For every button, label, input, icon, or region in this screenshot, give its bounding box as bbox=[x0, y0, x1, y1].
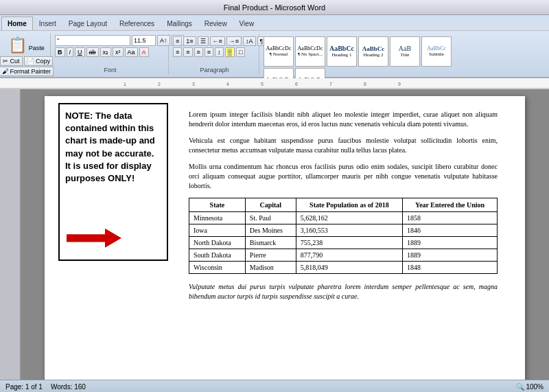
grow-font-button[interactable]: A↑ bbox=[157, 35, 170, 46]
font-group: A↑ A↓ B I U ab x₂ x² Aa A Font bbox=[52, 34, 169, 75]
font-name-input[interactable] bbox=[55, 35, 130, 46]
superscript-button[interactable]: x² bbox=[113, 47, 124, 57]
table-row: WisconsinMadison5,818,0491848 bbox=[189, 262, 498, 274]
svg-rect-1 bbox=[0, 88, 549, 89]
underline-button[interactable]: U bbox=[75, 47, 85, 57]
document: NOTE: The data contained within this cha… bbox=[45, 96, 525, 380]
style-no-spacing[interactable]: AaBbCcDc ¶ No Spaci... bbox=[295, 36, 325, 67]
col-header-capital: Capital bbox=[245, 198, 296, 212]
style-heading1[interactable]: AaBbCc Heading 1 bbox=[327, 36, 357, 67]
svg-text:3: 3 bbox=[192, 82, 195, 87]
ribbon-content: 📋 Paste ✂ Cut 📄 Copy 🖌 Format Painter Cl… bbox=[0, 30, 549, 77]
svg-text:6: 6 bbox=[295, 82, 298, 87]
table-cell-0-0: Minnesota bbox=[189, 212, 246, 224]
tab-mailings[interactable]: Mailings bbox=[161, 16, 198, 30]
svg-text:8: 8 bbox=[364, 82, 366, 87]
table-cell-1-0: Iowa bbox=[189, 224, 246, 237]
style-normal[interactable]: AaBbCcDc ¶ Normal bbox=[264, 36, 294, 67]
align-right-button[interactable]: ≡ bbox=[194, 47, 203, 57]
svg-text:1: 1 bbox=[124, 82, 126, 87]
table-cell-2-0: North Dakota bbox=[189, 237, 246, 249]
multilevel-list-button[interactable]: ☰ bbox=[198, 36, 209, 46]
tab-view[interactable]: View bbox=[233, 16, 261, 30]
table-cell-1-1: Des Moines bbox=[245, 224, 296, 237]
paragraph-2: Vehicula est congue habitant suspendisse… bbox=[189, 136, 498, 155]
ribbon-tabs: Home Insert Page Layout References Maili… bbox=[0, 15, 549, 30]
sort-button[interactable]: ↕A bbox=[243, 36, 256, 46]
svg-text:7: 7 bbox=[329, 82, 332, 87]
style-title[interactable]: AaB Title bbox=[390, 36, 420, 67]
decrease-indent-button[interactable]: ←≡ bbox=[210, 36, 225, 46]
justify-button[interactable]: ≡ bbox=[205, 47, 213, 57]
note-box: NOTE: The data contained within this cha… bbox=[58, 103, 168, 261]
subscript-button[interactable]: x₂ bbox=[100, 47, 112, 57]
doc-content: Lorem ipsum integer facilisis blandit ni… bbox=[189, 110, 498, 301]
numbered-list-button[interactable]: 1≡ bbox=[183, 36, 196, 46]
paragraph-1: Lorem ipsum integer facilisis blandit ni… bbox=[189, 110, 498, 129]
table-cell-3-3: 1889 bbox=[403, 249, 498, 262]
page-info: Page: 1 of 1 bbox=[5, 383, 43, 391]
table-row: South DakotaPierre877,7901889 bbox=[189, 249, 498, 262]
table-cell-3-2: 877,790 bbox=[296, 249, 402, 262]
red-arrow bbox=[67, 229, 121, 248]
main-area: NOTE: The data contained within this cha… bbox=[0, 89, 549, 380]
clipboard-group: 📋 Paste ✂ Cut 📄 Copy 🖌 Format Painter Cl… bbox=[3, 34, 51, 75]
styles-group: AaBbCcDc ¶ Normal AaBbCcDc ¶ No Spaci...… bbox=[261, 34, 474, 75]
tab-references[interactable]: References bbox=[113, 16, 161, 30]
change-case-button[interactable]: Aa bbox=[125, 47, 138, 57]
table-cell-4-2: 5,818,049 bbox=[296, 262, 402, 274]
italic-button[interactable]: I bbox=[67, 47, 74, 57]
font-color-button[interactable]: A bbox=[139, 47, 149, 57]
table-cell-4-1: Madison bbox=[245, 262, 296, 274]
font-label: Font bbox=[104, 65, 116, 73]
svg-text:9: 9 bbox=[398, 82, 401, 87]
increase-indent-button[interactable]: →≡ bbox=[226, 36, 242, 46]
paragraph-3: Mollis urna condimentum hac rhoncus eros… bbox=[189, 162, 498, 191]
status-bar: Page: 1 of 1 Words: 160 🔍 100% bbox=[0, 380, 549, 392]
cut-button[interactable]: ✂ Cut bbox=[0, 56, 23, 66]
strikethrough-button[interactable]: ab bbox=[86, 47, 99, 57]
table-cell-1-2: 3,160,553 bbox=[296, 224, 402, 237]
table-row: MinnesotaSt. Paul5,628,1621858 bbox=[189, 212, 498, 224]
copy-button[interactable]: 📄 Copy bbox=[24, 56, 54, 66]
table-cell-3-0: South Dakota bbox=[189, 249, 246, 262]
zoom-controls[interactable]: 🔍 100% bbox=[516, 383, 544, 391]
align-left-button[interactable]: ≡ bbox=[173, 47, 182, 57]
paragraph-label: Paragraph bbox=[200, 65, 229, 73]
arrow-container bbox=[67, 229, 121, 251]
left-sidebar bbox=[0, 89, 21, 380]
title-bar: Final Product - Microsoft Word bbox=[0, 0, 549, 15]
bold-button[interactable]: B bbox=[55, 47, 65, 57]
tab-insert[interactable]: Insert bbox=[33, 16, 62, 30]
line-spacing-button[interactable]: ↕ bbox=[215, 47, 224, 57]
align-center-button[interactable]: ≡ bbox=[183, 47, 192, 57]
table-cell-1-3: 1846 bbox=[403, 224, 498, 237]
col-header-state: State bbox=[189, 198, 246, 212]
ruler: 1 2 3 4 5 6 7 8 9 bbox=[0, 78, 549, 89]
table-cell-2-3: 1889 bbox=[403, 237, 498, 249]
window-title: Final Product - Microsoft Word bbox=[224, 3, 325, 12]
table-cell-0-3: 1858 bbox=[403, 212, 498, 224]
note-text: NOTE: The data contained within this cha… bbox=[65, 111, 155, 183]
shading-button[interactable]: ▒ bbox=[225, 47, 235, 57]
ribbon: Home Insert Page Layout References Maili… bbox=[0, 15, 549, 78]
style-subtitle[interactable]: AaBbCc Subtitle bbox=[421, 36, 452, 67]
word-count: Words: 160 bbox=[51, 383, 86, 391]
table-cell-2-1: Bismarck bbox=[245, 237, 296, 249]
format-painter-button[interactable]: 🖌 Format Painter bbox=[0, 67, 54, 76]
table-cell-4-0: Wisconsin bbox=[189, 262, 246, 274]
tab-home[interactable]: Home bbox=[1, 16, 33, 30]
paragraph-group: ≡ 1≡ ☰ ←≡ →≡ ↕A ¶ ≡ ≡ ≡ ≡ ↕ ▒ □ bbox=[170, 34, 259, 75]
tab-review[interactable]: Review bbox=[198, 16, 233, 30]
style-heading2[interactable]: AaBbCc Heading 2 bbox=[358, 36, 388, 67]
font-size-input[interactable] bbox=[132, 35, 156, 46]
tab-page-layout[interactable]: Page Layout bbox=[62, 16, 113, 30]
svg-text:2: 2 bbox=[158, 82, 161, 87]
table-cell-4-3: 1848 bbox=[403, 262, 498, 274]
border-button[interactable]: □ bbox=[236, 47, 245, 57]
table-cell-2-2: 755,238 bbox=[296, 237, 402, 249]
table-row: IowaDes Moines3,160,5531846 bbox=[189, 224, 498, 237]
table-cell-0-1: St. Paul bbox=[245, 212, 296, 224]
paste-button[interactable]: 📋 Paste bbox=[7, 35, 46, 56]
bullet-list-button[interactable]: ≡ bbox=[173, 36, 182, 46]
